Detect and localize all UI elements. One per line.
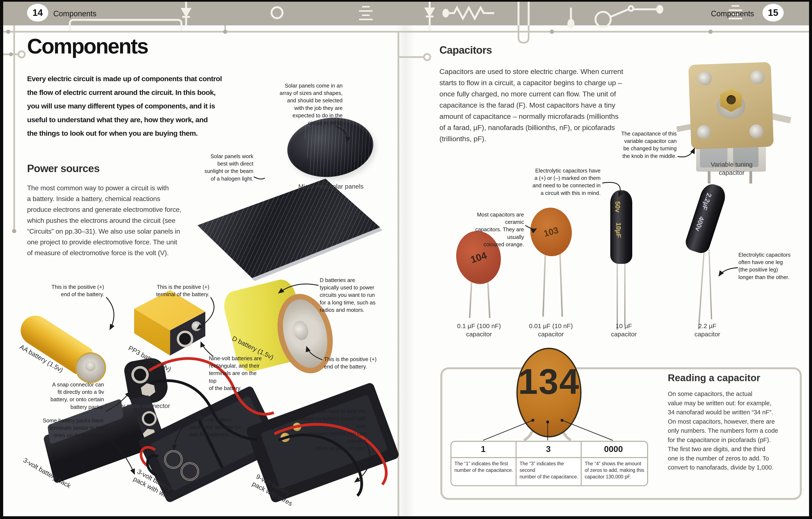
label-snap-connector: Battery snap connector bbox=[99, 402, 175, 410]
annotation-d-positive: This is the positive (+) end of the batt… bbox=[324, 355, 377, 370]
arrow-aa-positive bbox=[106, 297, 114, 329]
arrow-some-packs bbox=[105, 435, 135, 474]
label-cap-01uf: 0.1 µF (100 nF) capacitor bbox=[447, 322, 511, 338]
annotation-ceramic: Most capacitors are ceramic capacitors. … bbox=[463, 211, 524, 248]
arrow-solar-light bbox=[254, 177, 265, 179]
annotation-d-use: D batteries are typically used to power … bbox=[320, 277, 377, 314]
bottom-edge bbox=[0, 516, 812, 519]
label-cap-001uf: 0.01 µF (10 nF) capacitor bbox=[519, 322, 583, 338]
intro-paragraph: Every electric circuit is made up of com… bbox=[27, 72, 251, 140]
right-edge bbox=[809, 0, 812, 519]
table-cell-2: The “3” indicates the second number of t… bbox=[517, 460, 580, 480]
annotation-aa-positive: This is the positive (+) end of the batt… bbox=[36, 283, 104, 298]
arrow-ceramic bbox=[525, 225, 536, 229]
arrow-variable bbox=[677, 148, 694, 157]
arrow-leg bbox=[719, 268, 738, 276]
label-micro-mini: Micro-mini solar panels bbox=[293, 182, 369, 191]
arrow-nine-volt bbox=[201, 342, 213, 356]
arrow-solar-select bbox=[336, 126, 347, 142]
arrow-d-positive bbox=[307, 347, 322, 360]
capacitors-heading: Capacitors bbox=[439, 44, 492, 56]
table-header-separator bbox=[452, 457, 647, 458]
annotation-solar-light: Solar panels work best with direct sunli… bbox=[203, 153, 253, 182]
reading-capacitor-body: On some capacitors, the actual value may… bbox=[668, 390, 797, 472]
annotation-strip: You will need to strip the wires on batt… bbox=[294, 408, 366, 452]
arrow-electrolytic-mark bbox=[602, 182, 620, 197]
label-variable-capacitor: Variable tuning capacitor bbox=[696, 160, 767, 177]
arrow-three-volt bbox=[174, 421, 189, 450]
pack3v-black-wire bbox=[147, 456, 158, 475]
annotation-pp3-positive: This is the positive (+) terminal of the… bbox=[142, 283, 209, 298]
label-cap-10uf: 10 µF capacitor bbox=[592, 322, 656, 338]
book-spread: 14 Components Components 15 bbox=[0, 0, 812, 519]
annotation-electrolytic-mark: Electrolytic capacitors have a (+) or (–… bbox=[526, 167, 601, 197]
label-cap-22uf: 2.2 µF capacitor bbox=[676, 322, 739, 338]
reading-capacitor-heading: Reading a capacitor bbox=[668, 372, 760, 383]
annotation-solar-select: Solar panels come in an array of sizes a… bbox=[271, 82, 343, 127]
power-sources-heading: Power sources bbox=[27, 162, 99, 175]
left-edge bbox=[0, 0, 3, 519]
arrow-d-use bbox=[279, 284, 318, 293]
table-header-3: 3 bbox=[517, 444, 580, 454]
annotation-variable: The capacitance of this variable capacit… bbox=[615, 130, 677, 160]
arrow-pp3-positive bbox=[197, 297, 214, 329]
annotation-three-volt: Three-volt battery packs are suitable fo… bbox=[190, 416, 242, 438]
annotation-some-packs: Some battery packs have terminals simila… bbox=[40, 417, 104, 439]
page-title: Components bbox=[27, 35, 148, 57]
table-header-0000: 0000 bbox=[582, 444, 645, 454]
capacitor-code-table: 1 3 0000 The “1” indicates the first num… bbox=[451, 441, 648, 486]
disc-leader-lines bbox=[483, 419, 613, 440]
annotation-snap: A snap connector can fit directly onto a… bbox=[36, 381, 104, 411]
power-sources-body: The most common way to power a circuit i… bbox=[27, 183, 228, 258]
table-cell-1: The “1” indicates the first number of th… bbox=[452, 460, 515, 473]
table-header-1: 1 bbox=[452, 444, 515, 454]
top-edge bbox=[0, 0, 812, 2]
annotation-leg: Electrolytic capacitors often have one l… bbox=[738, 251, 795, 281]
table-cell-3: The “4” shows the amount of zeros to add… bbox=[582, 460, 645, 480]
annotation-nine-volt: Nine-volt batteries are rectangular, and… bbox=[209, 355, 264, 392]
